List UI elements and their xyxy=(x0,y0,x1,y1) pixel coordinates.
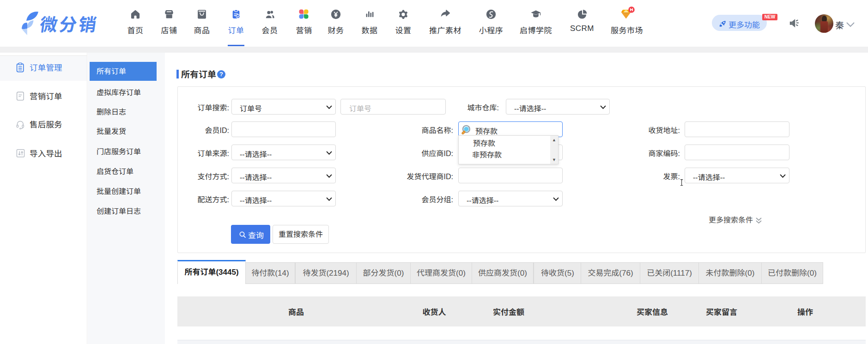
svg-text:微分销: 微分销 xyxy=(38,11,100,36)
